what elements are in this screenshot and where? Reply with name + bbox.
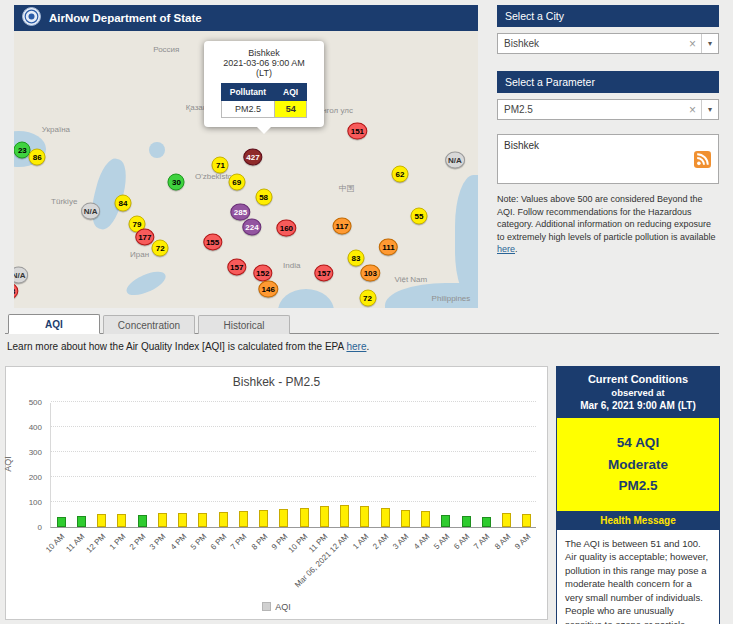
select-city-header: Select a City bbox=[497, 5, 719, 27]
aqi-marker[interactable]: 86 bbox=[29, 149, 46, 166]
state-department-seal-icon bbox=[22, 7, 41, 30]
aqi-marker[interactable]: 62 bbox=[392, 165, 409, 182]
chevron-down-icon[interactable]: ▾ bbox=[701, 100, 718, 119]
current-conditions-panel: Current Conditions observed at Mar 6, 20… bbox=[556, 366, 720, 624]
map-header-bar: AirNow Department of State bbox=[14, 5, 478, 31]
sidebar: Select a City Bishkek × ▾ Select a Param… bbox=[497, 5, 719, 256]
popup-col-aqi: AQI bbox=[275, 84, 307, 101]
aqi-marker[interactable]: 111 bbox=[379, 238, 397, 255]
chart-bar[interactable] bbox=[320, 506, 329, 527]
gridline bbox=[51, 426, 536, 427]
chart-bar[interactable] bbox=[57, 517, 66, 528]
chart-bar[interactable] bbox=[522, 514, 531, 528]
aqi-marker[interactable]: 58 bbox=[255, 189, 272, 206]
aqi-marker[interactable]: N/A bbox=[14, 266, 29, 283]
y-tick-label: 300 bbox=[29, 448, 42, 457]
rss-city-label: Bishkek bbox=[504, 140, 539, 151]
aqi-marker[interactable]: 72 bbox=[152, 240, 169, 257]
aqi-marker[interactable]: 153 bbox=[14, 283, 18, 300]
chart-bar[interactable] bbox=[117, 514, 126, 527]
popup-timezone: (LT) bbox=[210, 68, 318, 78]
aqi-marker[interactable]: 146 bbox=[259, 280, 278, 297]
gridline bbox=[51, 451, 536, 452]
health-message-text: The AQI is between 51 and 100. Air quali… bbox=[557, 530, 719, 624]
popup-pollutant-value: PM2.5 bbox=[221, 101, 274, 118]
chart-bar[interactable] bbox=[462, 516, 471, 527]
aqi-marker[interactable]: 155 bbox=[203, 233, 222, 250]
chart-bar[interactable] bbox=[219, 512, 228, 527]
water-shape bbox=[455, 175, 478, 302]
current-conditions-header: Current Conditions observed at Mar 6, 20… bbox=[557, 367, 719, 418]
popup-aqi-value: 54 bbox=[275, 101, 307, 118]
chart-bar[interactable] bbox=[279, 509, 288, 527]
tab-aqi[interactable]: AQI bbox=[8, 314, 100, 334]
learn-more-text: Learn more about how the Air Quality Ind… bbox=[7, 341, 346, 352]
beyond-aqi-note: Note: Values above 500 are considered Be… bbox=[497, 193, 719, 256]
gridline bbox=[51, 476, 536, 477]
popup-datetime: 2021-03-06 9:00 AM bbox=[210, 58, 318, 68]
chart-bar[interactable] bbox=[381, 508, 390, 527]
chart-bar[interactable] bbox=[239, 511, 248, 527]
aqi-marker[interactable]: 103 bbox=[361, 264, 380, 281]
chart-bar[interactable] bbox=[502, 513, 511, 527]
aqi-marker[interactable]: 157 bbox=[314, 264, 333, 281]
aqi-map[interactable]: РоссияҚазақстанУкраїнаTürkiyeO'zbekiston… bbox=[14, 31, 478, 308]
aqi-marker[interactable]: 151 bbox=[348, 122, 367, 139]
note-period: . bbox=[515, 244, 518, 254]
legend-label: AQI bbox=[275, 602, 291, 612]
chart-bar[interactable] bbox=[97, 514, 106, 527]
aqi-marker[interactable]: 427 bbox=[243, 149, 262, 166]
aqi-marker[interactable]: 30 bbox=[168, 173, 185, 190]
chart-bar[interactable] bbox=[300, 508, 309, 528]
chart-bar[interactable] bbox=[360, 506, 369, 527]
tab-historical[interactable]: Historical bbox=[198, 315, 290, 334]
gridline bbox=[51, 401, 536, 402]
learn-more-here-link[interactable]: here bbox=[346, 341, 366, 352]
parameter-select[interactable]: PM2.5 × ▾ bbox=[497, 99, 719, 120]
aqi-marker[interactable]: N/A bbox=[445, 151, 465, 168]
aqi-marker[interactable]: 84 bbox=[115, 194, 132, 211]
clear-icon[interactable]: × bbox=[684, 37, 701, 51]
popup-table: Pollutant AQI PM2.5 54 bbox=[221, 83, 307, 118]
chart-bar[interactable] bbox=[441, 515, 450, 527]
aqi-marker[interactable]: 157 bbox=[227, 259, 246, 276]
aqi-marker[interactable]: 71 bbox=[212, 157, 229, 174]
chart-panel: Bishkek - PM2.5 AQI 0100200300400500 10 … bbox=[5, 366, 548, 620]
popup-city: Bishkek bbox=[210, 48, 318, 58]
chart-bar[interactable] bbox=[482, 517, 491, 528]
clear-icon[interactable]: × bbox=[684, 103, 701, 117]
chart-bar[interactable] bbox=[259, 510, 268, 527]
aqi-marker[interactable]: 117 bbox=[333, 217, 352, 234]
observed-at-label: observed at bbox=[561, 387, 715, 398]
aqi-marker[interactable]: 72 bbox=[359, 290, 376, 307]
chart-bar[interactable] bbox=[178, 513, 187, 527]
chart-bar[interactable] bbox=[421, 511, 430, 527]
chevron-down-icon[interactable]: ▾ bbox=[701, 34, 718, 53]
y-axis-ticks: 0100200300400500 bbox=[18, 403, 46, 528]
water-shape bbox=[278, 289, 334, 308]
chart-bar[interactable] bbox=[138, 515, 147, 527]
popup-col-pollutant: Pollutant bbox=[221, 84, 274, 101]
map-place-label: Việt Nam bbox=[394, 275, 427, 284]
chart-title: Bishkek - PM2.5 bbox=[6, 375, 547, 389]
chart-bar[interactable] bbox=[77, 516, 86, 527]
learn-more-line: Learn more about how the Air Quality Ind… bbox=[7, 341, 369, 352]
map-place-label: 中国 bbox=[339, 183, 355, 194]
aqi-marker[interactable]: N/A bbox=[81, 203, 101, 220]
aqi-marker[interactable]: 83 bbox=[347, 250, 364, 267]
tab-concentration[interactable]: Concentration bbox=[103, 315, 195, 334]
aqi-marker[interactable]: 69 bbox=[228, 173, 245, 190]
note-here-link[interactable]: here bbox=[497, 244, 515, 254]
chart-bar[interactable] bbox=[401, 510, 410, 528]
aqi-marker[interactable]: 160 bbox=[277, 219, 296, 236]
popup-tail bbox=[257, 127, 271, 134]
map-popup: Bishkek 2021-03-06 9:00 AM (LT) Pollutan… bbox=[204, 41, 324, 127]
chart-bar[interactable] bbox=[158, 513, 167, 527]
aqi-marker[interactable]: 177 bbox=[135, 229, 154, 246]
legend-swatch bbox=[262, 602, 271, 611]
city-select[interactable]: Bishkek × ▾ bbox=[497, 33, 719, 54]
chart-bar[interactable] bbox=[198, 513, 207, 528]
aqi-marker[interactable]: 55 bbox=[411, 208, 428, 225]
chart-bar[interactable] bbox=[340, 505, 349, 528]
aqi-marker[interactable]: 224 bbox=[242, 219, 261, 236]
